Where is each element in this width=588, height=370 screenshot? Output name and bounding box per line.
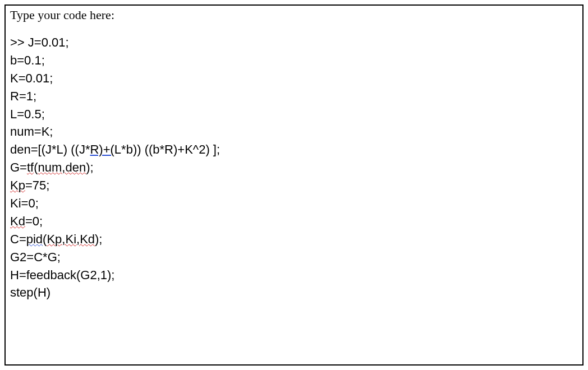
spellcheck-squiggle: num,den [38, 160, 86, 174]
code-editor-container[interactable]: Type your code here: >> J=0.01; b=0.1; K… [4, 4, 584, 366]
spellcheck-squiggle: tf [27, 160, 34, 174]
code-line-5: L=0.5; [10, 105, 578, 123]
code-line-4: R=1; [10, 87, 578, 105]
code-text: G= [10, 160, 27, 174]
code-line-2: b=0.1; [10, 52, 578, 70]
code-line-7: den=[(J*L) ((J*R)+(L*b)) ((b*R)+K^2) ]; [10, 141, 578, 159]
spellcheck-squiggle: Kp,Ki,Kd [47, 232, 95, 246]
code-text: ); [95, 232, 102, 246]
code-line-9: Kp=75; [10, 177, 578, 195]
code-text: =75; [25, 178, 49, 192]
code-line-14: H=feedback(G2,1); [10, 266, 578, 284]
code-line-15: step(H) [10, 284, 578, 302]
code-line-1: >> J=0.01; [10, 34, 578, 52]
code-text: L*b)) ((b*R)+K^2) ]; [114, 142, 220, 156]
code-text-underline: R)+( [90, 142, 114, 156]
code-line-11: Kd=0; [10, 212, 578, 230]
code-line-10: Ki=0; [10, 195, 578, 212]
code-text: H=feedback(G2,1); [10, 268, 114, 282]
code-text: =0; [25, 214, 43, 228]
code-text: ( [34, 160, 38, 174]
code-line-6: num=K; [10, 123, 578, 141]
code-text: num=K; [10, 124, 53, 138]
code-text: ); [86, 160, 93, 174]
code-text: L=0.5; [10, 107, 45, 121]
grammar-squiggle: pid [26, 232, 43, 246]
code-text: C= [10, 232, 26, 246]
code-text: K=0.01; [10, 71, 53, 85]
code-text: den=[(J*L) ((J* [10, 142, 90, 156]
code-text: G2=C*G; [10, 250, 61, 264]
spellcheck-squiggle: Kp [10, 178, 25, 192]
spellcheck-squiggle: Kd [10, 214, 25, 228]
code-line-3: K=0.01; [10, 70, 578, 87]
code-line-13: G2=C*G; [10, 248, 578, 266]
code-text: J=0.01; [28, 35, 69, 49]
code-area[interactable]: >> J=0.01; b=0.1; K=0.01; R=1; L=0.5; nu… [10, 34, 578, 302]
code-text: Ki=0; [10, 196, 39, 210]
code-line-12: C=pid(Kp,Ki,Kd); [10, 230, 578, 248]
prompt: >> [10, 35, 28, 49]
code-text: b=0.1; [10, 53, 45, 67]
code-text: step(H) [10, 285, 50, 299]
code-text: R=1; [10, 89, 36, 103]
editor-placeholder: Type your code here: [10, 8, 578, 22]
code-line-8: G=tf(num,den); [10, 159, 578, 177]
